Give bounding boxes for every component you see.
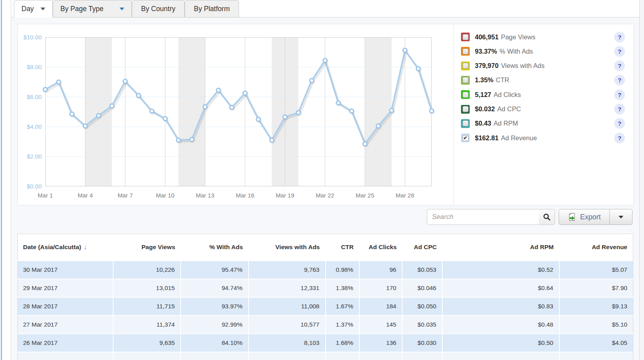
search-input[interactable]: [427, 209, 539, 225]
cell-empty: [326, 352, 359, 360]
tab-label: By Platform: [194, 5, 229, 13]
export-button[interactable]: Export: [559, 209, 610, 225]
cell-date: 27 Mar 2017: [18, 315, 113, 334]
help-icon-views-with-ads[interactable]: ?: [614, 60, 625, 71]
unchecked-checkbox-icon[interactable]: [463, 77, 469, 83]
search-button[interactable]: [539, 209, 555, 225]
legend-item-ad-revenue: ✔$162.81Ad Revenue: [461, 132, 537, 144]
cell-ad-clicks: 145: [359, 315, 403, 334]
export-file-icon: [568, 213, 577, 221]
cell-ctr: 1.37%: [326, 315, 359, 334]
search-icon: [543, 213, 551, 221]
cell-ctr: 1.67%: [326, 297, 359, 315]
metric-checkbox-ad-clicks[interactable]: [461, 90, 470, 99]
column-header-ad-cpc[interactable]: Ad CPC: [402, 234, 442, 261]
cell-empty: [249, 352, 326, 360]
cell-empty: [402, 352, 442, 360]
cell-views-with-ads: 8,103: [249, 334, 326, 352]
column-header-ctr[interactable]: CTR: [326, 234, 359, 261]
help-icon-ad-revenue[interactable]: ?: [614, 133, 625, 143]
cell-page-views: 9,635: [113, 334, 181, 352]
cell-ad-rpm: $0.50: [442, 334, 559, 352]
legend-item-ad-clicks: 5,127Ad Clicks: [461, 89, 521, 101]
cell-views-with-ads: 10,577: [249, 315, 326, 334]
cell-ad-cpc: $0.050: [402, 297, 442, 315]
metric-checkbox-ad-revenue[interactable]: ✔: [461, 134, 470, 142]
table-row-30-mar-2017: 30 Mar 201710,22695.47%9,7630.98%96$0.05…: [18, 261, 633, 279]
column-header-ad-revenue[interactable]: Ad Revenue: [559, 234, 633, 261]
legend-label: Ad CPC: [497, 105, 521, 113]
help-icon-with-ads[interactable]: ?: [614, 46, 625, 57]
cell-empty: [359, 352, 403, 360]
cell-ctr: 1.68%: [326, 334, 359, 352]
column-header-page-views[interactable]: Page Views: [113, 234, 181, 261]
unchecked-checkbox-icon[interactable]: [463, 106, 469, 112]
performance-data-table: Date (Asia/Calcutta)↓Page Views% With Ad…: [17, 234, 633, 360]
column-header-date-asia-calcutta[interactable]: Date (Asia/Calcutta)↓: [18, 234, 113, 261]
checked-checkbox-icon[interactable]: ✔: [463, 135, 469, 141]
cell-with-ads: 92.99%: [181, 315, 249, 334]
scrollbar[interactable]: [639, 0, 644, 360]
legend-value: $162.81: [475, 134, 499, 142]
legend-label: % With Ads: [499, 48, 533, 55]
table-row-partial: [18, 352, 633, 360]
column-header-ad-rpm[interactable]: Ad RPM: [442, 234, 559, 261]
column-header-label: CTR: [341, 244, 354, 250]
metric-checkbox-with-ads[interactable]: [461, 47, 470, 56]
cell-views-with-ads: 12,331: [249, 279, 326, 297]
help-icon-ad-clicks[interactable]: ?: [614, 89, 625, 100]
column-header-label: Date (Asia/Calcutta): [23, 244, 81, 250]
column-header-views-with-ads[interactable]: Views with Ads: [249, 234, 326, 261]
help-icon-page-views[interactable]: ?: [614, 32, 625, 43]
metric-checkbox-views-with-ads[interactable]: [461, 62, 470, 70]
column-header-with-ads[interactable]: % With Ads: [181, 234, 249, 261]
legend-label: Ad Revenue: [501, 134, 537, 142]
metric-checkbox-ad-cpc[interactable]: [461, 105, 470, 114]
unchecked-checkbox-icon[interactable]: [463, 92, 469, 98]
cell-views-with-ads: 11,008: [249, 297, 326, 315]
cell-ctr: 0.98%: [326, 261, 359, 279]
svg-text:Mar 7: Mar 7: [118, 192, 133, 199]
unchecked-checkbox-icon[interactable]: [463, 63, 469, 69]
cell-ad-rpm: $0.64: [442, 279, 559, 297]
column-header-label: Ad RPM: [530, 244, 553, 250]
metric-checkbox-ad-rpm[interactable]: [461, 119, 470, 128]
cell-ad-rpm: $0.48: [442, 315, 559, 334]
tab-label: By Country: [141, 5, 175, 13]
legend-label: Ad Clicks: [494, 91, 521, 99]
help-icon-ad-rpm[interactable]: ?: [614, 118, 625, 129]
table-row-29-mar-2017: 29 Mar 201713,01594.74%12,3311.38%170$0.…: [18, 279, 633, 297]
table-row-26-mar-2017: 26 Mar 20179,63584.10%8,1031.68%136$0.03…: [18, 334, 633, 352]
svg-text:Mar 25: Mar 25: [356, 192, 374, 199]
cell-page-views: 11,374: [113, 315, 181, 334]
unchecked-checkbox-icon[interactable]: [463, 120, 469, 126]
unchecked-checkbox-icon[interactable]: [463, 34, 469, 40]
svg-text:Mar 4: Mar 4: [78, 192, 93, 199]
cell-ad-clicks: 170: [359, 279, 403, 297]
svg-text:$2.00: $2.00: [27, 153, 42, 160]
ad-revenue-chart[interactable]: $0.00$2.00$4.00$6.00$8.00$10.00Mar 1Mar …: [18, 24, 453, 205]
tab-label: Day: [21, 5, 34, 13]
legend-value: 5,127: [475, 91, 491, 99]
column-header-label: Page Views: [141, 244, 175, 250]
tab-by-page-type[interactable]: By Page Type: [53, 0, 132, 17]
metric-checkbox-ctr[interactable]: [461, 76, 470, 85]
cell-ad-cpc: $0.053: [402, 261, 442, 279]
metric-checkbox-page-views[interactable]: [461, 33, 470, 41]
export-options-dropdown[interactable]: [609, 209, 632, 225]
tab-day[interactable]: Day: [14, 0, 53, 17]
unchecked-checkbox-icon[interactable]: [463, 48, 469, 54]
cell-ad-revenue: $4.05: [559, 334, 633, 352]
legend-value: 1.35%: [475, 76, 494, 84]
column-header-ad-clicks[interactable]: Ad Clicks: [359, 234, 403, 261]
legend-item-ctr: 1.35%CTR: [461, 74, 509, 86]
tab-by-country[interactable]: By Country: [132, 0, 185, 17]
help-icon-ctr[interactable]: ?: [614, 75, 625, 85]
svg-text:Mar 13: Mar 13: [196, 192, 214, 199]
cell-date: 30 Mar 2017: [18, 261, 113, 279]
tab-by-platform[interactable]: By Platform: [185, 0, 239, 17]
legend-label: Ad RPM: [494, 120, 518, 127]
legend-item-with-ads: 93.37%% With Ads: [461, 45, 533, 57]
chevron-down-icon: [619, 216, 623, 219]
help-icon-ad-cpc[interactable]: ?: [614, 104, 625, 114]
